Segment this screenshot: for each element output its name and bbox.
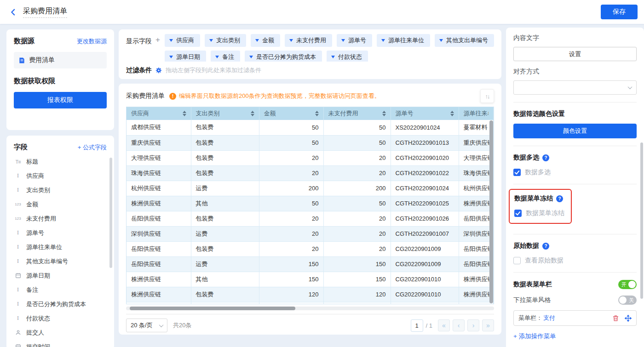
prev-page-button[interactable]: ‹ [453, 319, 465, 331]
field-item[interactable]: 123金额 [14, 197, 107, 211]
report-permission-button[interactable]: 报表权限 [14, 92, 107, 108]
help-icon[interactable]: ? [542, 154, 549, 161]
dropdown-style-toggle[interactable]: 关 [618, 296, 637, 305]
column-header[interactable]: 源单号 [391, 107, 459, 120]
change-datasource-link[interactable]: 更改数据源 [77, 37, 107, 46]
table-cell: 20 [323, 165, 391, 181]
table-cell: 20 [259, 165, 323, 181]
column-header[interactable]: 未支付费用 [323, 107, 391, 120]
panel-scrollbar[interactable] [640, 142, 643, 299]
sort-icon[interactable] [450, 111, 454, 116]
fields-scrollbar[interactable] [109, 158, 112, 268]
datasource-item[interactable]: 费用清单 [14, 52, 107, 68]
gear-icon[interactable] [155, 67, 162, 74]
table-row: 株洲供应链其他150150CG20220901010株洲供应链 [126, 272, 494, 287]
field-item-label: 提交时间 [26, 343, 50, 347]
sort-icon[interactable] [251, 111, 254, 116]
text-field-icon: I [14, 315, 22, 322]
checkbox-checked-icon[interactable] [513, 169, 521, 176]
table-cell: CG20220901009 [391, 241, 459, 256]
display-field-chip[interactable]: 金额 [251, 34, 280, 47]
field-item[interactable]: I其他支出单编号 [14, 254, 107, 268]
add-formula-field-link[interactable]: + 公式字段 [78, 143, 107, 152]
chip-label: 是否已分摊为购货成本 [256, 53, 316, 61]
last-page-button[interactable]: » [482, 319, 494, 331]
checkbox-checked-icon[interactable] [514, 210, 522, 217]
datasource-panel: 数据源 更改数据源 费用清单 数据获取权限 报表权限 [6, 29, 114, 130]
table-cell: 其他 [191, 272, 259, 287]
field-item[interactable]: I源单往来单位 [14, 240, 107, 254]
table-cell: 株洲供应链 [126, 287, 191, 302]
table-row: 大理供应链包装费2020CGTH20220901020大理供应链 [126, 150, 494, 165]
color-settings-button[interactable]: 颜色设置 [513, 124, 637, 138]
next-page-button[interactable]: › [467, 319, 479, 331]
text-field-icon: I [14, 187, 22, 193]
display-field-chip[interactable]: 支出类别 [205, 34, 246, 47]
help-icon[interactable]: ? [542, 243, 549, 250]
date-field-icon [14, 273, 22, 279]
column-header[interactable]: 金额 [259, 107, 323, 120]
table-cell: 包装费 [191, 287, 259, 302]
sort-icon[interactable] [382, 111, 386, 116]
field-item[interactable]: I源单号 [14, 226, 107, 240]
table-cell: CGTH20220901013 [391, 135, 459, 150]
display-field-chip[interactable]: 供应商 [165, 34, 200, 47]
permission-title: 数据获取权限 [14, 77, 107, 85]
table-horizontal-scrollbar-thumb[interactable] [130, 307, 295, 310]
fields-panel: 字段 + 公式字段 T≡标题I供应商I支出类别123金额123未支付费用I源单号… [6, 136, 114, 347]
display-field-chip[interactable]: 其他支出单编号 [435, 34, 494, 47]
menu-item-value-link[interactable]: 支付 [543, 314, 555, 322]
first-page-button[interactable]: « [438, 319, 450, 331]
page-number-input[interactable]: 1 [411, 319, 423, 332]
display-field-chip[interactable]: 未支付费用 [285, 34, 332, 47]
save-button[interactable]: 保存 [601, 5, 638, 19]
field-item[interactable]: 提交时间 [14, 340, 107, 347]
content-text-settings-button[interactable]: 设置 [513, 47, 637, 61]
table-cell [126, 302, 191, 304]
menu-freeze-checkbox-row[interactable]: 数据菜单冻结 [514, 209, 564, 217]
table-vertical-scrollbar[interactable] [489, 120, 493, 303]
align-select[interactable] [513, 80, 637, 95]
field-item[interactable]: I供应商 [14, 169, 107, 183]
sort-order-button[interactable]: ↑↓ [480, 89, 494, 103]
divider [513, 184, 637, 184]
column-header[interactable]: 源单往来单位 [459, 107, 494, 120]
sort-icon[interactable] [315, 111, 319, 116]
chevron-down-icon [169, 56, 173, 58]
back-button[interactable] [6, 6, 19, 18]
sort-icon[interactable] [183, 111, 186, 116]
table-horizontal-scrollbar-track[interactable] [126, 307, 494, 310]
field-item[interactable]: 源单日期 [14, 268, 107, 283]
field-item[interactable]: I付款状态 [14, 311, 107, 325]
field-item[interactable]: T≡标题 [14, 154, 107, 169]
filter-panel[interactable]: 过滤条件 拖动左侧字段到此处来添加过滤条件 [119, 62, 501, 79]
chip-label: 源单号 [348, 36, 366, 45]
column-header[interactable]: 供应商 [126, 107, 191, 120]
field-item-label: 标题 [26, 158, 38, 166]
field-item[interactable]: I支出类别 [14, 183, 107, 197]
move-icon[interactable] [625, 315, 632, 322]
add-display-field-button[interactable]: + [155, 36, 160, 63]
raw-data-checkbox-row[interactable]: 查看原始数据 [513, 256, 637, 265]
field-item[interactable]: I备注 [14, 283, 107, 297]
table-cell: 150 [323, 272, 391, 287]
table-cell: CGTH20220901020 [391, 150, 459, 165]
divider [513, 146, 637, 146]
help-icon[interactable]: ? [556, 195, 563, 202]
preview-warning: ! 编辑界面只取数据源前200条作为查询数据预览，完整数据请访问页面查看。 [169, 92, 380, 100]
field-item-label: 其他支出单编号 [26, 257, 68, 266]
table-menubar-toggle[interactable]: 开 [618, 280, 637, 289]
field-item[interactable]: 提交人 [14, 325, 107, 340]
add-action-menu-link[interactable]: + 添加操作菜单 [513, 332, 637, 341]
display-field-chip[interactable]: 源单号 [337, 34, 372, 47]
checkbox-unchecked-icon[interactable] [513, 257, 521, 264]
field-item[interactable]: I是否已分摊为购货成本 [14, 297, 107, 311]
page-size-select[interactable]: 20 条/页 [126, 319, 167, 332]
field-item[interactable]: 123未支付费用 [14, 211, 107, 226]
trash-icon[interactable] [612, 315, 619, 322]
multi-select-checkbox-row[interactable]: 数据多选 [513, 168, 637, 176]
column-header[interactable]: 支出类别 [191, 107, 259, 120]
field-item-label: 提交人 [26, 329, 44, 337]
filter-color-title: 数据筛选颜色设置 [513, 110, 637, 118]
display-field-chip[interactable]: 源单往来单位 [377, 34, 430, 47]
